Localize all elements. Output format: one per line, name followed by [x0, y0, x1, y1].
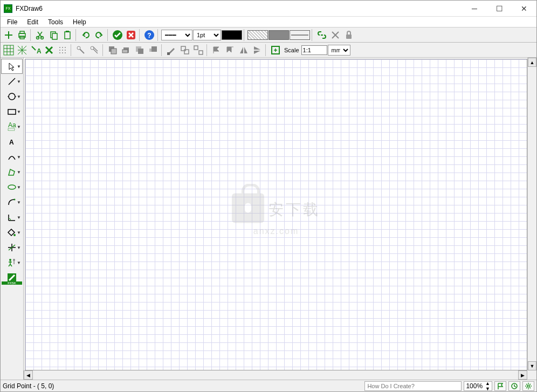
svg-rect-45 [109, 46, 114, 52]
rectangle-tool[interactable]: ▼ [1, 104, 23, 119]
undo-button[interactable] [79, 29, 92, 42]
svg-rect-52 [152, 46, 157, 52]
fxsk-tool[interactable]: FXSK [1, 270, 23, 285]
color-swatch-gray[interactable] [268, 30, 289, 40]
svg-line-33 [46, 47, 52, 53]
ungroup-button[interactable] [192, 44, 205, 57]
new-button[interactable] [2, 29, 15, 42]
svg-point-39 [65, 50, 66, 51]
isogrid-button[interactable] [16, 44, 29, 57]
redo-button[interactable] [93, 29, 106, 42]
lock-icon [232, 194, 264, 223]
flag-icon[interactable] [494, 381, 506, 391]
svg-point-41 [62, 52, 63, 53]
menu-help[interactable]: Help [68, 17, 91, 27]
scale-unit-select[interactable]: mm [328, 45, 350, 56]
cut-button[interactable] [34, 29, 47, 42]
brush-button[interactable] [165, 44, 178, 57]
svg-line-32 [46, 47, 52, 53]
flag-left-button[interactable] [210, 44, 223, 57]
minimize-button[interactable]: ─ [462, 1, 487, 17]
search-input[interactable] [364, 381, 462, 391]
line-tool[interactable]: ▼ [1, 74, 23, 89]
svg-rect-65 [8, 128, 15, 130]
flip-v-button[interactable] [251, 44, 264, 57]
lock-button[interactable] [342, 29, 355, 42]
send-back-button[interactable] [106, 44, 119, 57]
settings-icon[interactable] [522, 381, 534, 391]
svg-rect-49 [136, 46, 141, 52]
horizontal-scrollbar[interactable]: ◀ ▶ [24, 370, 536, 380]
menu-edit[interactable]: Edit [23, 17, 43, 27]
svg-point-43 [77, 46, 80, 50]
cut-link-button[interactable] [329, 29, 342, 42]
reject-button[interactable] [125, 29, 137, 42]
app-icon: FX [4, 4, 12, 13]
print-button[interactable] [16, 29, 29, 42]
group-button[interactable] [178, 44, 191, 57]
color-swatch-black[interactable] [222, 30, 242, 40]
flip-h-button[interactable] [237, 44, 250, 57]
curve-tool[interactable]: ▼ [1, 149, 23, 164]
scroll-down-button[interactable]: ▼ [528, 361, 536, 370]
tag2-button[interactable] [88, 44, 101, 57]
tool-palette: ▼▼▼▼Aa▼A▼▼▼▼▼▼▼▼FXSK [1, 58, 24, 380]
flag-down-button[interactable] [224, 44, 237, 57]
snap-text-button[interactable]: A [29, 44, 42, 57]
svg-point-15 [144, 30, 154, 40]
tag1-button[interactable] [74, 44, 87, 57]
delete-button[interactable] [43, 44, 56, 57]
ellipse-tool[interactable]: ▼ [1, 180, 23, 195]
svg-rect-54 [181, 46, 185, 51]
line-width-select[interactable]: 1pt [193, 30, 221, 40]
svg-point-69 [13, 234, 16, 236]
scale-input[interactable] [301, 45, 327, 55]
svg-point-7 [37, 36, 39, 39]
menu-tools[interactable]: Tools [44, 17, 67, 27]
vertical-scrollbar[interactable]: ▲ ▼ [527, 58, 536, 370]
svg-rect-20 [346, 35, 352, 39]
dots-button[interactable] [56, 44, 69, 57]
scroll-left-button[interactable]: ◀ [24, 370, 33, 380]
send-backward-button[interactable] [120, 44, 133, 57]
copy-button[interactable] [47, 29, 60, 42]
polygon-tool[interactable]: ▼ [1, 164, 23, 180]
grid-button[interactable] [2, 44, 15, 57]
help-button[interactable]: ? [143, 29, 156, 42]
scroll-right-button[interactable]: ▶ [518, 370, 527, 380]
svg-text:?: ? [147, 32, 151, 39]
maximize-button[interactable]: ☐ [487, 1, 512, 17]
pointer-tool[interactable]: ▼ [1, 59, 23, 74]
bring-front-button[interactable] [147, 44, 160, 57]
fill-tool[interactable]: ▼ [1, 225, 23, 240]
figure-tool[interactable]: ▼ [1, 255, 23, 270]
toolbar-main: ? ━━━ 1pt [1, 27, 536, 43]
history-icon[interactable] [508, 381, 520, 391]
svg-rect-11 [65, 32, 70, 39]
line-style-select[interactable]: ━━━ [161, 30, 192, 40]
arc-tool[interactable]: ▼ [1, 195, 23, 210]
text-tool[interactable]: A [1, 134, 23, 149]
line-end-swatch[interactable] [290, 30, 310, 40]
circle-tool[interactable]: ▼ [1, 89, 23, 104]
zoom-control[interactable]: 100% ▲▼ [464, 381, 492, 391]
axes-tool[interactable]: ▼ [1, 240, 23, 255]
drawing-canvas[interactable]: 安下载 anxz.com [25, 59, 527, 370]
link-button[interactable] [315, 29, 328, 42]
svg-rect-50 [138, 49, 143, 54]
text-annotation-tool[interactable]: Aa▼ [1, 119, 23, 134]
svg-rect-58 [272, 46, 279, 54]
fit-button[interactable] [269, 44, 282, 57]
svg-rect-47 [123, 47, 129, 53]
svg-point-42 [65, 52, 66, 53]
menu-file[interactable]: File [3, 17, 22, 27]
close-button[interactable]: ✕ [512, 1, 536, 17]
pattern-swatch[interactable] [247, 30, 268, 40]
svg-rect-3 [20, 31, 24, 33]
accept-button[interactable] [111, 29, 124, 42]
angle-tool[interactable]: ▼ [1, 210, 23, 225]
paste-button[interactable] [61, 29, 74, 42]
bring-forward-button[interactable] [133, 44, 146, 57]
svg-point-44 [91, 46, 94, 50]
scroll-up-button[interactable]: ▲ [528, 58, 536, 67]
